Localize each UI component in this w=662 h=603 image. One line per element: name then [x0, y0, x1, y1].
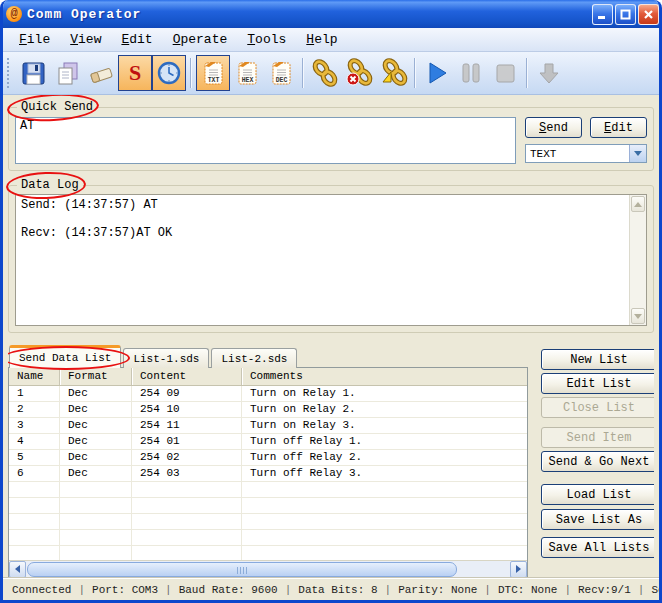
- minimize-button[interactable]: [592, 4, 613, 25]
- table-horizontal-scrollbar[interactable]: [9, 560, 527, 577]
- titlebar: @ Comm Operator: [0, 0, 662, 28]
- menu-help[interactable]: Help: [296, 30, 347, 49]
- send-button[interactable]: Send: [525, 117, 582, 138]
- scroll-down-icon[interactable]: [631, 308, 645, 324]
- data-log-text: Send: (14:37:57) AT Recv: (14:37:57)AT O…: [16, 195, 629, 325]
- data-log-label: Data Log: [17, 178, 83, 192]
- client-area: Quick Send AT Send Edit TEXT Data Log: [3, 95, 659, 578]
- column-header-content[interactable]: Content: [132, 368, 242, 385]
- data-log-scrollbar[interactable]: [629, 195, 646, 325]
- stop-icon: [491, 59, 519, 87]
- disconnect-chain-icon: [344, 58, 374, 88]
- toolbar-save[interactable]: [16, 55, 50, 91]
- list-button-2[interactable]: Close List: [541, 397, 654, 418]
- column-header-format[interactable]: Format: [60, 368, 132, 385]
- menu-view[interactable]: View: [60, 30, 111, 49]
- close-button[interactable]: [638, 4, 659, 25]
- status-connection: Connected: [5, 584, 78, 596]
- quick-send-icon: S: [129, 60, 141, 86]
- toolbar-stop[interactable]: [488, 55, 522, 91]
- save-icon: [20, 60, 47, 87]
- toolbar-quick-send-toggle[interactable]: S: [118, 55, 152, 91]
- toolbar-format-dec[interactable]: DEC: [264, 55, 298, 91]
- status-dtc: DTC: None: [491, 584, 564, 596]
- txt-format-icon: TXT: [201, 59, 226, 87]
- column-header-comments[interactable]: Comments: [242, 368, 527, 385]
- table-row[interactable]: 3Dec254 11Turn on Relay 3.: [9, 418, 527, 434]
- list-button-3[interactable]: Send Item: [541, 427, 654, 448]
- table-row[interactable]: 4Dec254 01Turn off Relay 1.: [9, 434, 527, 450]
- table-header: Name Format Content Comments: [9, 368, 527, 386]
- scroll-up-icon[interactable]: [631, 196, 645, 212]
- toolbar-reconnect[interactable]: [376, 55, 410, 91]
- format-select-arrow[interactable]: [629, 145, 646, 162]
- maximize-button[interactable]: [615, 4, 636, 25]
- table-row[interactable]: 1Dec254 09Turn on Relay 1.: [9, 386, 527, 402]
- svg-text:HEX: HEX: [241, 77, 253, 84]
- list-button-1[interactable]: Edit List: [541, 373, 654, 394]
- format-select[interactable]: TEXT: [525, 144, 647, 163]
- toolbar-format-txt[interactable]: TXT: [196, 55, 230, 91]
- table-row[interactable]: 5Dec254 02Turn off Relay 2.: [9, 450, 527, 466]
- table-row-empty: [9, 530, 527, 546]
- toolbar-connect[interactable]: [308, 55, 342, 91]
- hex-format-icon: HEX: [235, 59, 260, 87]
- pause-icon: [457, 59, 485, 87]
- svg-text:TXT: TXT: [207, 77, 219, 84]
- list-button-4[interactable]: Send & Go Next: [541, 451, 654, 472]
- scroll-left-icon[interactable]: [9, 561, 26, 578]
- toolbar-separator: [190, 58, 192, 88]
- table-row-empty: [9, 498, 527, 514]
- tab-list-2[interactable]: List-2.sds: [211, 348, 297, 368]
- quick-send-label: Quick Send: [17, 100, 97, 114]
- toolbar-copy[interactable]: [50, 55, 84, 91]
- tab-send-data-list[interactable]: Send Data List: [9, 345, 121, 368]
- toolbar-pause[interactable]: [454, 55, 488, 91]
- menu-tools[interactable]: Tools: [237, 30, 296, 49]
- edit-button[interactable]: Edit: [590, 117, 647, 138]
- list-button-7[interactable]: Save All Lists: [541, 537, 654, 558]
- table-row-empty: [9, 482, 527, 498]
- app-logo-icon: @: [6, 6, 22, 22]
- copy-icon: [54, 60, 81, 87]
- toolbar-eraser[interactable]: [84, 55, 118, 91]
- toolbar-download[interactable]: [532, 55, 566, 91]
- table-row[interactable]: 2Dec254 10Turn on Relay 2.: [9, 402, 527, 418]
- connect-chain-icon: [310, 58, 340, 88]
- status-send-count: Send: 3/1: [644, 584, 662, 596]
- list-button-5[interactable]: Load List: [541, 484, 654, 505]
- table-row-empty: [9, 546, 527, 560]
- minimize-icon: [596, 8, 609, 21]
- list-button-6[interactable]: Save List As: [541, 509, 654, 530]
- scrollbar-thumb[interactable]: [27, 562, 457, 577]
- quick-send-group: Quick Send AT Send Edit TEXT: [8, 107, 654, 171]
- quick-send-input[interactable]: AT: [15, 117, 516, 164]
- reconnect-chain-icon: [378, 58, 408, 88]
- toolbar-disconnect[interactable]: [342, 55, 376, 91]
- toolbar-format-hex[interactable]: HEX: [230, 55, 264, 91]
- toolbar-grip[interactable]: [7, 58, 11, 88]
- table-rows: 1Dec254 09Turn on Relay 1. 2Dec254 10Tur…: [9, 386, 527, 560]
- list-button-0[interactable]: New List: [541, 349, 654, 370]
- format-select-value: TEXT: [526, 148, 629, 160]
- list-buttons-panel: New List Edit List Close List Send Item …: [528, 345, 654, 578]
- scroll-right-icon[interactable]: [510, 561, 527, 578]
- toolbar-timer-toggle[interactable]: [152, 55, 186, 91]
- table-row-empty: [9, 514, 527, 530]
- down-arrow-icon: [535, 59, 563, 87]
- menu-operate[interactable]: Operate: [163, 30, 238, 49]
- dec-format-icon: DEC: [269, 59, 294, 87]
- svg-text:DEC: DEC: [275, 77, 287, 84]
- toolbar-play[interactable]: [420, 55, 454, 91]
- table-row[interactable]: 6Dec254 03Turn off Relay 3.: [9, 466, 527, 482]
- tab-list-1[interactable]: List-1.sds: [123, 348, 209, 368]
- menu-file[interactable]: File: [9, 30, 60, 49]
- menu-edit[interactable]: Edit: [111, 30, 162, 49]
- window-title: Comm Operator: [27, 7, 141, 22]
- menu-bar: File View Edit Operate Tools Help: [3, 28, 659, 52]
- status-recv-count: Recv:9/1: [571, 584, 638, 596]
- toolbar-separator: [526, 58, 528, 88]
- clock-icon: [155, 59, 183, 87]
- column-header-name[interactable]: Name: [9, 368, 60, 385]
- eraser-icon: [87, 60, 115, 87]
